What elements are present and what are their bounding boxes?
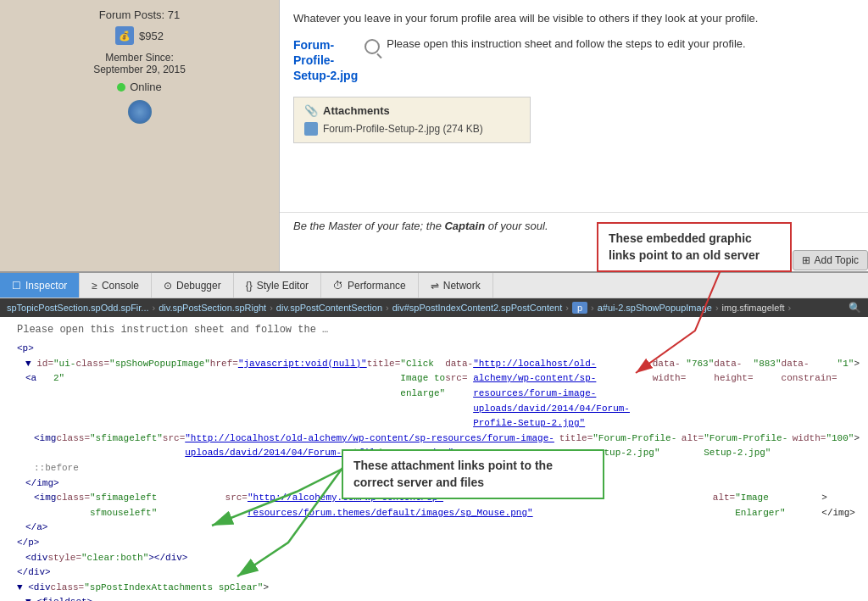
instruction-row: Forum-Profile-Setup-2.jpg Please open th…	[293, 37, 854, 84]
file-icon	[304, 122, 318, 136]
code-line: </a>	[8, 520, 860, 536]
credits-row: 💰 $952	[115, 26, 164, 45]
caption-end: of your soul.	[485, 220, 548, 232]
breadcrumb-2[interactable]: div.spPostContentSection	[276, 303, 382, 313]
inspector-icon: ☐	[12, 280, 21, 292]
devtools-tabs: ☐ Inspector ≥ Console ⊙ Debugger {} Styl…	[0, 273, 868, 298]
summary-line: Please open this instruction sheet and f…	[8, 322, 860, 338]
code-line: <div style="clear:both"></div>	[8, 551, 860, 566]
tab-debugger[interactable]: ⊙ Debugger	[152, 273, 234, 298]
instruction-text: Please open this instruction sheet and f…	[387, 37, 745, 50]
code-line: </div>	[8, 565, 860, 581]
console-icon: ≥	[92, 280, 97, 292]
code-line: <p>	[8, 342, 860, 357]
breadcrumb-1[interactable]: div.spPostSection.spRight	[159, 303, 266, 313]
online-row: Online	[117, 81, 162, 93]
code-line: ▼ <div class="spPostIndexAttachments spC…	[8, 581, 860, 596]
caption-start: Be the Master of your fate; the	[293, 220, 444, 232]
attachments-title: 📎 Attachments	[304, 104, 520, 117]
paperclip-icon: 📎	[304, 104, 318, 117]
breadcrumb-0[interactable]: spTopicPostSection.spOdd.spFir...	[7, 303, 149, 313]
debugger-icon: ⊙	[164, 280, 172, 292]
breadcrumb-3[interactable]: div#spPostIndexContent2.spPostContent	[392, 303, 563, 313]
attachments-box: 📎 Attachments Forum-Profile-Setup-2.jpg …	[293, 97, 531, 143]
breadcrumb-6[interactable]: img.sfimageleft	[722, 303, 785, 313]
forum-profile-link[interactable]: Forum-Profile-Setup-2.jpg	[293, 37, 358, 84]
old-server-link-2[interactable]: "http://localhost/old-alchemy/wp-content…	[473, 357, 653, 431]
add-topic-button[interactable]: ⊞ Add Topic	[793, 250, 868, 270]
tab-style-editor[interactable]: {} Style Editor	[234, 273, 321, 298]
old-server-link-1[interactable]: "javascript:void(null)"	[238, 357, 367, 372]
code-line: ▼ <a id="ui-2" class="spShowPopupImage" …	[8, 357, 860, 431]
magnify-icon[interactable]	[364, 39, 380, 54]
performance-icon: ⏱	[333, 280, 343, 292]
caption-bold: Captain	[444, 220, 485, 232]
online-label: Online	[130, 81, 162, 93]
tab-performance[interactable]: ⏱ Performance	[321, 273, 419, 298]
breadcrumb-4[interactable]: p	[572, 302, 587, 314]
breadcrumb-bar: spTopicPostSection.spOdd.spFir... › div.…	[0, 298, 868, 317]
code-line: </p>	[8, 536, 860, 551]
forum-posts: Forum Posts: 71	[99, 8, 180, 21]
credits-value: $952	[139, 30, 164, 42]
callout-red: These embedded graphic links point to an…	[597, 222, 792, 272]
left-panel: Forum Posts: 71 💰 $952 Member Since: Sep…	[0, 0, 280, 271]
devtools-panel: ☐ Inspector ≥ Console ⊙ Debugger {} Styl…	[0, 271, 868, 601]
credits-icon: 💰	[115, 26, 134, 45]
online-indicator	[117, 83, 125, 92]
globe-icon	[128, 100, 152, 124]
attachment-file: Forum-Profile-Setup-2.jpg (274 KB)	[304, 122, 520, 136]
breadcrumb-5[interactable]: a#ui-2.spShowPopupImage	[598, 303, 712, 313]
tab-console[interactable]: ≥ Console	[80, 273, 152, 298]
network-icon: ⇌	[431, 280, 439, 292]
tab-network[interactable]: ⇌ Network	[419, 273, 493, 298]
callout-green: These attachment links point to the corr…	[342, 449, 604, 499]
style-editor-icon: {}	[246, 280, 253, 292]
add-topic-icon: ⊞	[802, 254, 810, 266]
profile-text: Whatever you leave in your forum profile…	[293, 10, 854, 27]
code-line: ▼ <fieldset>	[8, 595, 860, 601]
member-since: Member Since: September 29, 2015	[93, 52, 186, 75]
tab-inspector[interactable]: ☐ Inspector	[0, 273, 80, 298]
search-icon[interactable]: 🔍	[849, 302, 861, 314]
